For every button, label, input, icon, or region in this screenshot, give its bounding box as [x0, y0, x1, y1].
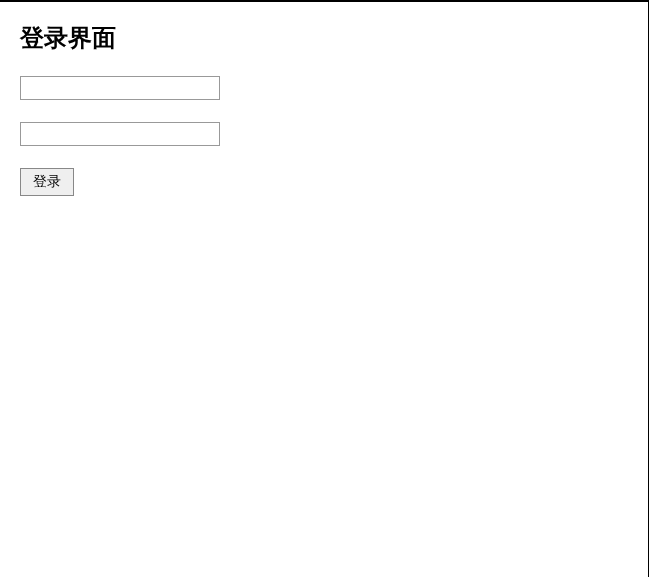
login-form-container: 登录界面 登录	[0, 2, 648, 238]
password-input[interactable]	[20, 122, 220, 146]
login-panel: 登录界面 登录	[0, 0, 649, 577]
submit-row: 登录	[20, 168, 628, 196]
username-input[interactable]	[20, 76, 220, 100]
username-row	[20, 76, 628, 100]
login-button[interactable]: 登录	[20, 168, 74, 196]
password-row	[20, 122, 628, 146]
page-title: 登录界面	[20, 22, 628, 54]
